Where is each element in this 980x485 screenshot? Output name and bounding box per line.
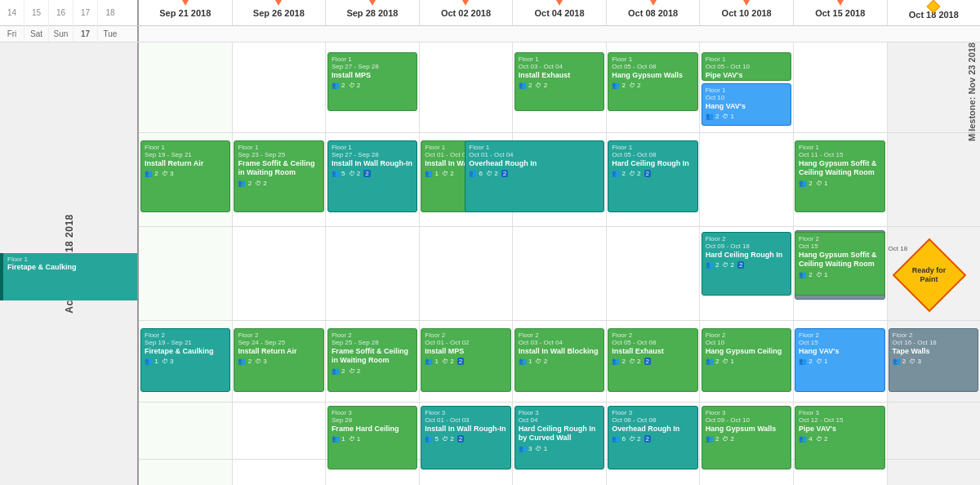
date-header-oct15: Oct 15 2018 bbox=[794, 0, 888, 25]
date-header-oct18: Oct 18 2018 bbox=[888, 0, 981, 25]
task-hang-gypsum-soffit-f1[interactable]: Floor 1 Oct 11 - Oct 15 Hang Gypsum Soff… bbox=[795, 140, 884, 212]
day-num-18: 18 bbox=[98, 0, 122, 26]
day-num-14: 14 bbox=[0, 0, 24, 26]
task-frame-soffit-floor1[interactable]: Floor 1 Sep 23 - Sep 25 Frame Soffit & C… bbox=[234, 140, 323, 212]
task-install-exhaust-f2[interactable]: Floor 2 Oct 05 - Oct 08 Install Exhaust … bbox=[608, 328, 697, 392]
task-install-return-air[interactable]: Floor 1 Sep 19 - Sep 21 Install Return A… bbox=[140, 140, 230, 212]
date-header-oct02: Oct 02 2018 bbox=[420, 0, 514, 25]
left-task-firetape[interactable]: Floor 1 Firetape & Caulking bbox=[0, 253, 137, 300]
task-install-exhaust-f1[interactable]: Floor 1 Oct 03 - Oct 04 Install Exhaust … bbox=[514, 52, 604, 111]
left-panel: Active: Sep 18 2018 Floor 1 Firetape & C… bbox=[0, 42, 139, 485]
date-header-sep26: Sep 26 2018 bbox=[233, 0, 327, 25]
task-overhead-rough-in-f3[interactable]: Floor 3 Oct 06 - Oct 08 Overhead Rough I… bbox=[608, 406, 697, 469]
date-header-oct10: Oct 10 2018 bbox=[700, 0, 794, 25]
task-hard-ceiling-rough-in-f2a[interactable]: Floor 2 Oct 09 - Oct 18 Hard Ceiling Rou… bbox=[702, 232, 791, 296]
gantt-area: Milestone: Nov 23 2018 .tc { position: a… bbox=[139, 42, 980, 485]
task-frame-soffit-f2[interactable]: Floor 2 Sep 25 - Sep 28 Frame Soffit & C… bbox=[327, 328, 417, 392]
day-label-mon: 17 bbox=[74, 26, 98, 42]
task-hang-gypsum-soffit-f2[interactable]: Floor 2 Oct 15 Hang Gypsum Soffit & Ceil… bbox=[795, 232, 884, 296]
task-install-return-air-f2[interactable]: Floor 2 Sep 24 - Sep 25 Install Return A… bbox=[234, 328, 323, 392]
task-hard-ceiling-curved-f3[interactable]: Floor 3 Oct 04 Hard Ceiling Rough In by … bbox=[514, 406, 604, 469]
date-header-oct04: Oct 04 2018 bbox=[513, 0, 607, 25]
task-install-mps-f2[interactable]: Floor 2 Oct 01 - Oct 02 Install MPS 👥 1⏱… bbox=[421, 328, 510, 392]
task-hang-vavs-f1[interactable]: Floor 1 Oct 10 Hang VAV's 👥 2⏱ 1 bbox=[702, 83, 791, 126]
date-header-sep28: Sep 28 2018 bbox=[326, 0, 420, 25]
task-ready-for-paint[interactable]: Ready forPaint bbox=[897, 242, 962, 308]
day-label-tue: Tue bbox=[98, 26, 122, 42]
task-hard-ceiling-rough-in-f1[interactable]: Floor 1 Oct 05 - Oct 08 Hard Ceiling Rou… bbox=[608, 140, 697, 212]
day-num-15: 15 bbox=[24, 0, 49, 26]
task-install-wall-blocking-f2[interactable]: Floor 2 Oct 03 - Oct 04 Install In Wall … bbox=[514, 328, 604, 392]
task-install-mps-floor1[interactable]: Floor 1 Sep 27 - Sep 28 Install MPS 👥 2⏱… bbox=[327, 52, 417, 111]
day-label-sun: Sun bbox=[49, 26, 74, 42]
task-pipe-vavs-f3[interactable]: Floor 3 Oct 12 - Oct 15 Pipe VAV's 👥 4⏱ … bbox=[795, 406, 884, 469]
task-hang-vavs-f2[interactable]: Floor 2 Oct 15 Hang VAV's 👥 2⏱ 1 bbox=[795, 328, 884, 392]
task-frame-hard-ceiling-f3[interactable]: Floor 3 Sep 28 Frame Hard Ceiling 👥 1⏱ 1 bbox=[327, 406, 417, 469]
task-tape-walls-f2[interactable]: Floor 2 Oct 16 - Oct 18 Tape Walls 👥 2⏱ … bbox=[889, 328, 978, 392]
day-num-17: 17 bbox=[74, 0, 98, 26]
date-header-sep21: Sep 21 2018 bbox=[139, 0, 233, 25]
ready-for-paint-date: Oct 18 bbox=[889, 245, 908, 252]
task-hang-gypsum-walls-f1[interactable]: Floor 1 Oct 05 - Oct 08 Hang Gypsum Wall… bbox=[608, 52, 697, 111]
task-hang-gypsum-ceiling-f2[interactable]: Floor 2 Oct 10 Hang Gypsum Ceiling 👥 2⏱ … bbox=[702, 328, 791, 392]
day-label-fri: Fri bbox=[0, 26, 24, 42]
task-install-wall-roughin[interactable]: Floor 1 Sep 27 - Sep 28 Install In Wall … bbox=[327, 140, 417, 212]
date-header-oct08: Oct 08 2018 bbox=[607, 0, 701, 25]
task-hang-gypsum-walls-f3[interactable]: Floor 3 Oct 09 - Oct 10 Hang Gypsum Wall… bbox=[702, 406, 791, 469]
day-num-16: 16 bbox=[49, 0, 74, 26]
task-pipe-vavs-f1[interactable]: Floor 1 Oct 05 - Oct 10 Pipe VAV's 👥 4⏱ … bbox=[702, 52, 791, 81]
day-label-sat: Sat bbox=[24, 26, 49, 42]
task-overhead-rough-in-f1[interactable]: Floor 1 Oct 01 - Oct 04 Overhead Rough I… bbox=[465, 140, 604, 212]
gantt-container: 14 15 16 17 18 Sep 21 2018 Sep 26 2018 S… bbox=[0, 0, 980, 485]
task-install-wall-roughin-f3[interactable]: Floor 3 Oct 01 - Oct 03 Install In Wall … bbox=[421, 406, 510, 469]
task-firetape-f2[interactable]: Floor 2 Sep 19 - Sep 21 Firetape & Caulk… bbox=[140, 328, 230, 392]
